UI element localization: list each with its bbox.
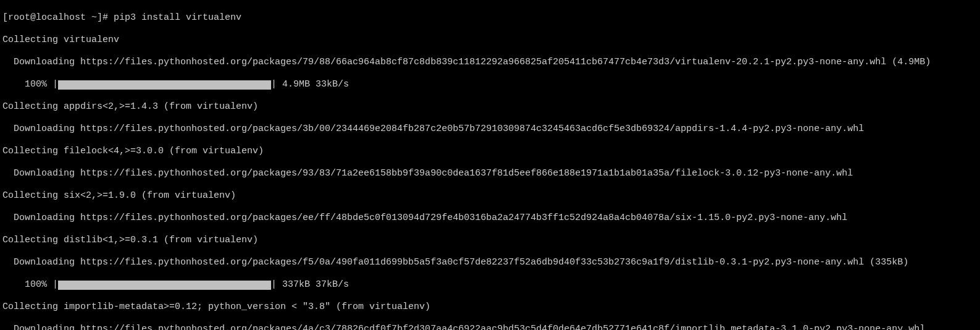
output-line: Downloading https://files.pythonhosted.o… bbox=[2, 124, 978, 135]
output-line: Downloading https://files.pythonhosted.o… bbox=[2, 168, 978, 179]
output-line: Downloading https://files.pythonhosted.o… bbox=[2, 213, 978, 224]
output-line: Downloading https://files.pythonhosted.o… bbox=[2, 57, 978, 68]
output-line: Collecting appdirs<2,>=1.4.3 (from virtu… bbox=[2, 101, 978, 112]
progress-line: 100% || 337kB 37kB/s bbox=[2, 279, 978, 290]
output-line: Downloading https://files.pythonhosted.o… bbox=[2, 324, 978, 330]
progress-left: 100% | bbox=[2, 79, 58, 90]
output-line: Collecting filelock<4,>=3.0.0 (from virt… bbox=[2, 146, 978, 157]
progress-line: 100% || 4.9MB 33kB/s bbox=[2, 79, 978, 90]
shell-prompt-command: [root@localhost ~]# pip3 install virtual… bbox=[2, 12, 978, 23]
output-line: Collecting distlib<1,>=0.3.1 (from virtu… bbox=[2, 235, 978, 246]
output-line: Collecting importlib-metadata>=0.12; pyt… bbox=[2, 302, 978, 313]
progress-right: | 4.9MB 33kB/s bbox=[271, 79, 349, 90]
progress-left: 100% | bbox=[2, 279, 58, 290]
progress-right: | 337kB 37kB/s bbox=[271, 279, 349, 290]
output-line: Collecting virtualenv bbox=[2, 35, 978, 46]
progress-bar-fill bbox=[58, 281, 271, 290]
output-line: Collecting six<2,>=1.9.0 (from virtualen… bbox=[2, 190, 978, 201]
output-line: Downloading https://files.pythonhosted.o… bbox=[2, 257, 978, 268]
terminal-output[interactable]: [root@localhost ~]# pip3 install virtual… bbox=[0, 0, 980, 330]
progress-bar-fill bbox=[58, 80, 271, 90]
